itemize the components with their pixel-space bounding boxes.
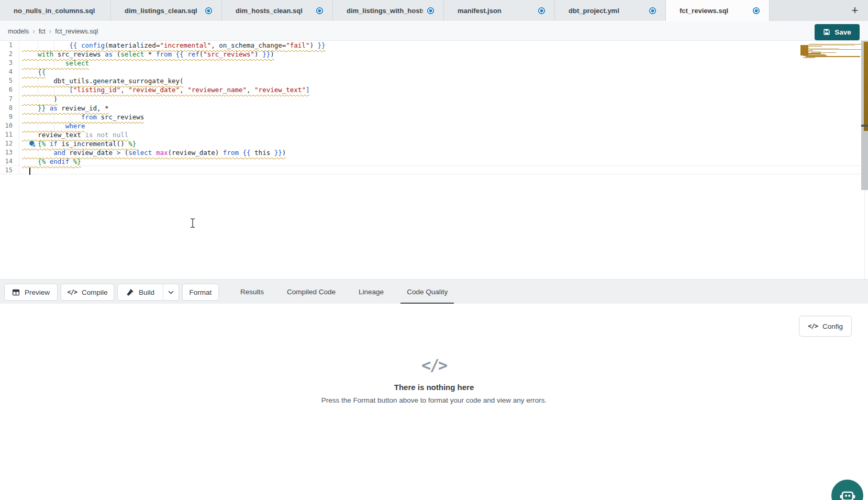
- chevron-down-icon: [168, 289, 174, 296]
- code-line[interactable]: 15: [0, 165, 868, 174]
- code-lines: 1 {{ config(materialized="incremental", …: [0, 41, 868, 174]
- code-action-icon[interactable]: [29, 140, 36, 148]
- line-number: 3: [0, 59, 19, 68]
- code-icon: </>: [67, 288, 77, 296]
- build-options-button[interactable]: [163, 284, 179, 300]
- editor-header: models›fct›fct_reviews.sql Save: [0, 21, 868, 41]
- scrollbar-thumb[interactable]: [861, 125, 868, 127]
- build-button[interactable]: Build: [118, 284, 163, 300]
- line-number: 13: [0, 148, 19, 157]
- tab-results-label: Results: [240, 288, 264, 296]
- breadcrumb-item[interactable]: fct_reviews.sql: [55, 28, 98, 35]
- line-number: 10: [0, 121, 19, 130]
- preview-label: Preview: [25, 288, 50, 296]
- line-number: 9: [0, 113, 19, 121]
- empty-state-description: Press the Format button above to format …: [0, 396, 868, 404]
- tab-results[interactable]: Results: [229, 280, 275, 304]
- new-tab-button[interactable]: +: [846, 0, 864, 21]
- breadcrumb-separator: ›: [32, 27, 35, 35]
- code-quality-panel: </> Config </> There is nothing here Pre…: [0, 304, 868, 500]
- editor-tab[interactable]: dbt_project.yml: [555, 0, 666, 21]
- hammer-icon: [126, 288, 134, 296]
- code-line[interactable]: 3 select: [0, 59, 868, 68]
- tab-label: dim_hosts_clean.sql: [236, 7, 312, 15]
- build-label: Build: [139, 288, 154, 296]
- breadcrumb-item[interactable]: fct: [39, 28, 46, 35]
- breadcrumb: models›fct›fct_reviews.sql: [8, 21, 98, 41]
- dbt-cloud-ide: no_nulls_in_columns.sqldim_listings_clea…: [0, 0, 868, 500]
- editor-tab[interactable]: dim_listings_clean.sql: [111, 0, 222, 21]
- result-tabs: Results Compiled Code Lineage Code Quali…: [229, 280, 459, 304]
- robot-icon: [839, 487, 856, 500]
- text-caret: [29, 168, 30, 175]
- code-line[interactable]: 6 ["listing_id", "review_date", "reviewe…: [0, 85, 868, 94]
- editor-tab[interactable]: no_nulls_in_columns.sql: [0, 0, 111, 21]
- tab-compiled-code[interactable]: Compiled Code: [275, 280, 347, 304]
- code-line[interactable]: 2 with src_reviews as (select * from {{ …: [0, 50, 868, 59]
- code-line[interactable]: 14 {% endif %}: [0, 157, 868, 166]
- code-line[interactable]: 8 }} as review_id, *: [0, 104, 868, 113]
- empty-state: </> There is nothing here Press the Form…: [0, 356, 868, 404]
- build-split-button: Build: [117, 284, 179, 301]
- save-icon: [823, 28, 830, 36]
- mouse-cursor-ibeam: [190, 218, 196, 228]
- editor-tab[interactable]: manifest.json: [444, 0, 555, 21]
- editor-right-border: [864, 190, 865, 279]
- tab-label: manifest.json: [458, 7, 534, 15]
- minimap[interactable]: [800, 43, 860, 59]
- editor-tab[interactable]: fct_reviews.sql: [666, 0, 770, 21]
- code-icon: </>: [0, 356, 868, 374]
- editor-scrollbar[interactable]: [861, 41, 868, 190]
- table-icon: [12, 288, 20, 296]
- code-line[interactable]: 9 from src_reviews: [0, 113, 868, 121]
- breadcrumb-item[interactable]: models: [8, 28, 29, 35]
- overview-ruler-warnings: [864, 42, 868, 131]
- line-number: 8: [0, 104, 19, 113]
- code-line[interactable]: 4 {{: [0, 68, 868, 76]
- line-number: 6: [0, 85, 19, 94]
- minimap-bars: [800, 44, 860, 58]
- code-editor[interactable]: 1 {{ config(materialized="incremental", …: [0, 41, 868, 279]
- save-label: Save: [834, 28, 851, 36]
- line-number: 1: [0, 41, 19, 50]
- unsaved-changes-icon[interactable]: [316, 7, 323, 14]
- editor-toolbar: Preview </> Compile Build Format Resul: [0, 279, 868, 304]
- tab-code-quality-label: Code Quality: [407, 288, 448, 296]
- unsaved-changes-icon[interactable]: [427, 7, 434, 14]
- tab-lineage[interactable]: Lineage: [347, 280, 395, 304]
- unsaved-changes-icon[interactable]: [205, 7, 212, 14]
- tab-label: dim_listings_with_hosts.sql: [347, 7, 423, 15]
- format-label: Format: [190, 288, 212, 296]
- code-line[interactable]: 12 {% if is_incremental() %}: [0, 139, 868, 148]
- tab-label: dim_listings_clean.sql: [125, 7, 201, 15]
- compile-label: Compile: [82, 288, 108, 296]
- config-button[interactable]: </> Config: [799, 316, 852, 337]
- code-line[interactable]: 5 dbt_utils.generate_surrogate_key(: [0, 76, 868, 85]
- code-line[interactable]: 1 {{ config(materialized="incremental", …: [0, 41, 868, 50]
- tab-code-quality[interactable]: Code Quality: [395, 280, 459, 304]
- tab-lineage-label: Lineage: [359, 288, 384, 296]
- tab-label: no_nulls_in_columns.sql: [14, 7, 101, 15]
- tab-label: fct_reviews.sql: [680, 7, 749, 15]
- editor-tab[interactable]: dim_hosts_clean.sql: [222, 0, 333, 21]
- preview-button[interactable]: Preview: [4, 284, 58, 301]
- save-button[interactable]: Save: [815, 24, 860, 40]
- code-line[interactable]: 13 and review_date > (select max(review_…: [0, 148, 868, 157]
- line-number: 12: [0, 139, 19, 148]
- line-number: 2: [0, 50, 19, 59]
- format-button[interactable]: Format: [182, 284, 219, 301]
- unsaved-changes-icon[interactable]: [753, 7, 760, 14]
- code-line[interactable]: 10 where: [0, 121, 868, 130]
- code-line[interactable]: 11 review_text is not null: [0, 130, 868, 139]
- compile-button[interactable]: </> Compile: [61, 284, 114, 301]
- line-number: 7: [0, 95, 19, 104]
- line-number: 5: [0, 76, 19, 85]
- empty-state-title: There is nothing here: [0, 383, 868, 392]
- line-number: 11: [0, 130, 19, 139]
- code-line[interactable]: 7 ): [0, 95, 868, 104]
- unsaved-changes-icon[interactable]: [538, 7, 545, 14]
- config-label: Config: [822, 323, 843, 330]
- line-number: 15: [0, 166, 19, 174]
- unsaved-changes-icon[interactable]: [649, 7, 656, 14]
- editor-tab[interactable]: dim_listings_with_hosts.sql: [333, 0, 444, 21]
